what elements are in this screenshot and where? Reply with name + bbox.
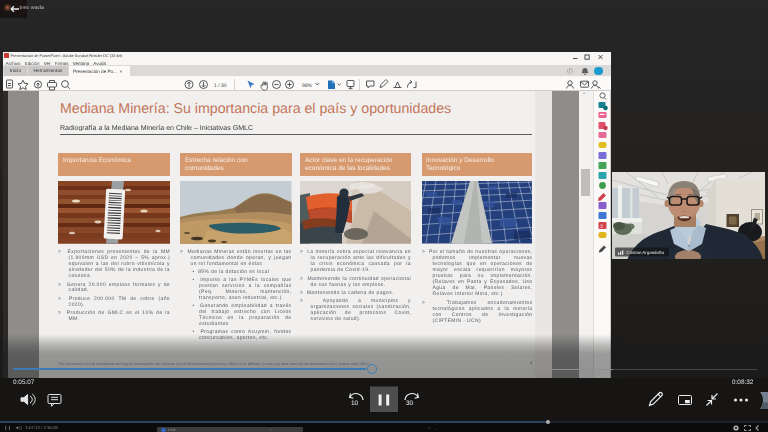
svg-text:98%: 98% [302, 82, 313, 88]
svg-text:2: 2 [600, 224, 603, 230]
svg-text:Cristian Argandoña: Cristian Argandoña [627, 250, 665, 255]
svg-text:1 / 30: 1 / 30 [214, 82, 227, 88]
